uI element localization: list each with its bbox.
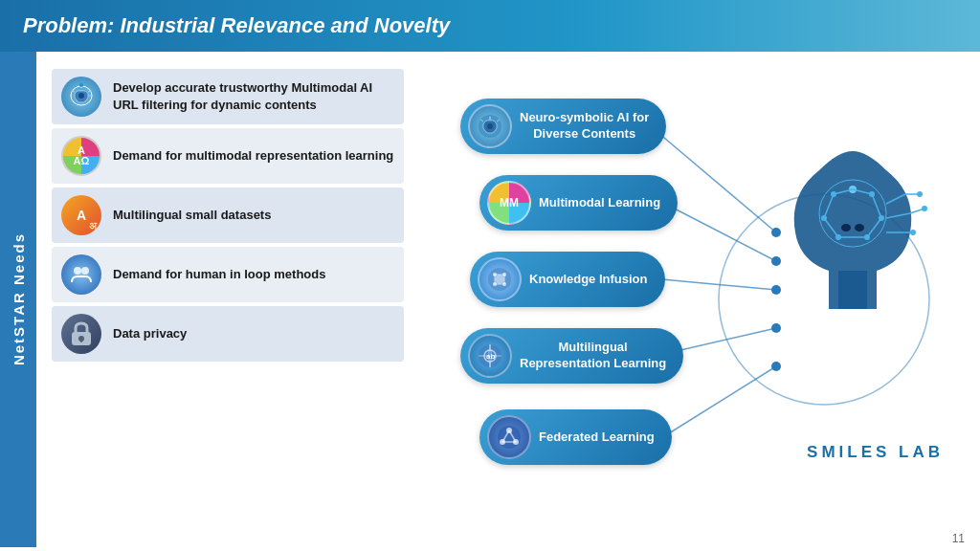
pill-knowledge: Knowledge Infusion xyxy=(470,252,665,307)
pill-federated: Federated Learning xyxy=(479,409,672,465)
need-text-multilingual: Multilingual small datasets xyxy=(113,207,271,224)
list-item: Develop accurate trustworthy Multimodal … xyxy=(52,69,404,124)
svg-point-74 xyxy=(855,224,864,231)
svg-point-22 xyxy=(771,362,781,371)
svg-point-73 xyxy=(841,224,851,231)
neuro-label: Neuro-symbolic AI forDiverse Contents xyxy=(520,110,649,143)
svg-point-8 xyxy=(81,267,89,275)
list-item: Demand for human in loop methods xyxy=(52,247,404,302)
svg-point-24 xyxy=(487,123,493,129)
brain-icon xyxy=(61,77,101,117)
svg-point-1 xyxy=(78,93,84,99)
svg-rect-11 xyxy=(80,339,82,342)
svg-point-71 xyxy=(910,230,916,235)
smiles-lab-label: SMILES LAB xyxy=(807,443,944,462)
left-panel: Develop accurate trustworthy Multimodal … xyxy=(36,52,419,547)
need-text-privacy: Data privacy xyxy=(113,325,187,342)
diagram: Neuro-symbolic AI forDiverse Contents MM… xyxy=(451,79,948,519)
svg-line-15 xyxy=(652,278,776,290)
multilingual-label: MultilingualRepresentation Learning xyxy=(520,340,666,372)
multimodal-icon: AΑΩ xyxy=(61,136,101,176)
svg-text:ab: ab xyxy=(486,352,495,361)
sidebar: NetSTAR Needs xyxy=(0,52,36,547)
svg-point-7 xyxy=(74,267,81,275)
sidebar-label: NetSTAR Needs xyxy=(11,232,27,365)
svg-line-14 xyxy=(661,202,776,261)
multimodal-label: Multimodal Learning xyxy=(539,195,660,211)
pill-multimodal: MM Multimodal Learning xyxy=(479,175,678,231)
brain-circuit-illustration xyxy=(771,137,934,328)
need-text-multimodal: Demand for multimodal representation lea… xyxy=(113,147,393,165)
svg-point-29 xyxy=(495,275,504,284)
right-panel: Neuro-symbolic AI forDiverse Contents MM… xyxy=(419,52,980,547)
multimodal-pill-icon: MM xyxy=(487,181,531,225)
list-item: A अ Multilingual small datasets xyxy=(52,187,404,243)
need-text-accurate: Develop accurate trustworthy Multimodal … xyxy=(113,79,394,114)
federated-label: Federated Learning xyxy=(539,430,655,446)
knowledge-icon xyxy=(478,257,522,301)
pill-neuro: Neuro-symbolic AI forDiverse Contents xyxy=(460,99,666,154)
knowledge-label: Knowledge Infusion xyxy=(529,272,648,288)
list-item: Data privacy xyxy=(52,306,404,362)
multilingual-pill-icon: ab xyxy=(468,334,512,378)
page-number: 11 xyxy=(952,532,965,545)
page-title: Problem: Industrial Relevance and Novelt… xyxy=(23,13,450,38)
neuro-icon xyxy=(468,104,512,148)
privacy-icon xyxy=(61,314,101,354)
svg-point-66 xyxy=(917,191,923,197)
list-item: AΑΩ Demand for multimodal representation… xyxy=(52,128,404,184)
need-text-human: Demand for human in loop methods xyxy=(113,266,325,283)
header: Problem: Industrial Relevance and Novelt… xyxy=(0,0,980,52)
multilingual-icon: A अ xyxy=(61,195,101,235)
main-content: NetSTAR Needs xyxy=(0,52,980,547)
needs-list: Develop accurate trustworthy Multimodal … xyxy=(52,69,404,362)
svg-rect-72 xyxy=(838,271,867,309)
svg-point-69 xyxy=(922,206,927,211)
svg-point-3 xyxy=(79,83,83,87)
federated-icon xyxy=(487,415,531,459)
human-loop-icon xyxy=(61,254,101,295)
svg-line-17 xyxy=(661,366,776,438)
pill-multilingual: ab MultilingualRepresentation Learning xyxy=(460,328,683,384)
